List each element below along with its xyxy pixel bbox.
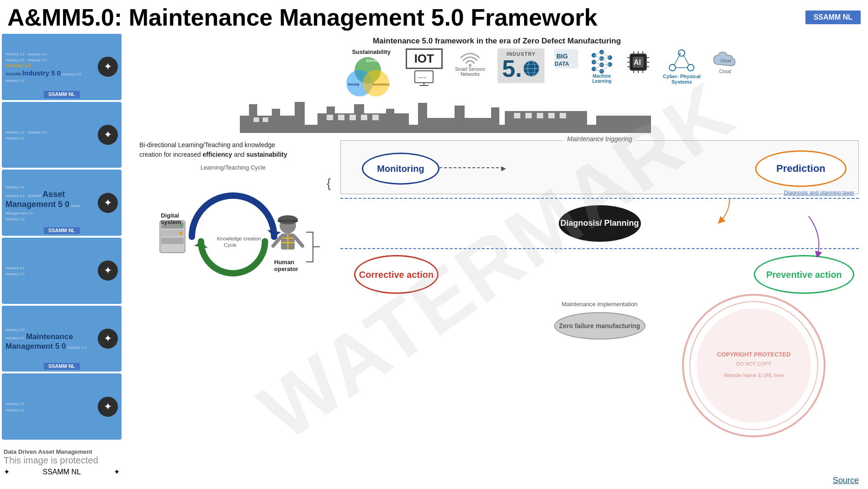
sidebar-card-asset: Industry 2.0Industry 4.0 SSAMM Asset Man… — [2, 170, 122, 236]
preventive-label: Preventive action — [766, 269, 842, 280]
cyber-label: Cyber- Physical Systems — [661, 74, 702, 85]
sidebar-card-maintenance: Industry 5.0Industry 4.0 Maintenance Man… — [2, 306, 122, 372]
ssamm-label-5: SSAMM NL — [44, 363, 80, 370]
svg-point-90 — [180, 232, 182, 234]
corrective-node: Corrective action — [354, 255, 439, 294]
svg-rect-81 — [548, 113, 555, 118]
main-content: Maintenance 5.0 framework in the era of … — [126, 32, 868, 489]
sidebar: Industry 1.0 Industry 4.0Industry 3.0 In… — [0, 32, 123, 480]
svg-text:⌁⌁⌁: ⌁⌁⌁ — [418, 75, 426, 80]
gpt-icon-bottom2: ✦ — [114, 468, 120, 476]
maintenance-trigger-container: Maintenance triggering Monitoring ▶ Pred… — [340, 140, 859, 194]
content-split: Bi-directional Learning/Teaching and kno… — [135, 140, 859, 340]
corrective-label: Corrective action — [359, 269, 434, 280]
cloud-block: Cloud Cloud — [711, 48, 739, 74]
sidebar-card-industry50: Industry 1.0 Industry 4.0Industry 3.0 In… — [2, 34, 122, 100]
tech-row: Sustainability Environment Society Econo… — [226, 48, 859, 98]
gpt-icon-6: ✦ — [98, 397, 118, 417]
ssamm-label-3: SSAMM NL — [44, 227, 80, 234]
ai-chip-icon: AI — [625, 48, 652, 76]
learning-description: Bi-directional Learning/Teaching and kno… — [135, 140, 331, 159]
bigdata-icon: BIG DATA — [554, 48, 579, 69]
trigger-row: Monitoring ▶ Prediction — [348, 148, 851, 189]
smart-sensors-label: Smart Sensors Networks — [452, 67, 488, 77]
cyber-icon: ● — [668, 48, 695, 74]
svg-line-99 — [295, 237, 302, 246]
bigdata-block: BIG DATA — [554, 48, 579, 69]
globe-icon — [523, 60, 540, 77]
factory-bar — [226, 102, 859, 136]
gpt-icon-4: ✦ — [98, 260, 118, 281]
svg-rect-78 — [514, 113, 520, 118]
svg-text:Knowledge creation: Knowledge creation — [217, 236, 261, 241]
industry50-block: INDUSTRY 5. — [498, 48, 545, 83]
subtitle: Maintenance 5.0 framework in the era of … — [135, 37, 859, 46]
zero-failure-node: Zero failure manufacturing — [554, 312, 646, 340]
sidebar-protected-text: This image is protected — [4, 455, 120, 466]
sustainability-word: sustainability — [246, 151, 287, 158]
learning-line1: Bi-directional Learning/Teaching and kno… — [139, 141, 275, 149]
ssamm-label-1: SSAMM NL — [44, 91, 80, 98]
cyber-block: ● Cyber- Physical Systems — [661, 48, 702, 85]
neural-net-icon — [589, 48, 614, 74]
gpt-icon-2: ✦ — [98, 125, 118, 145]
sidebar-bottom-label: Data Driven Asset Management — [4, 448, 120, 455]
card1-title: Industry 5 0 — [22, 69, 61, 77]
svg-rect-70 — [596, 116, 651, 125]
cycle-svg: Digital system Human operator Knowledge … — [146, 173, 320, 301]
monitoring-node: Monitoring — [362, 153, 439, 185]
ssamm-button[interactable]: SSAMM NL — [805, 11, 861, 24]
gpt-icon-bottom: ✦ — [4, 468, 10, 476]
svg-text:BIG: BIG — [556, 53, 568, 60]
svg-rect-71 — [254, 117, 259, 122]
zero-failure-row: Zero failure manufacturing — [340, 312, 859, 340]
svg-rect-75 — [349, 115, 356, 120]
ssamm-label-bottom: SSAMM NL — [42, 468, 81, 476]
svg-rect-79 — [525, 113, 532, 118]
diagnosis-layer-label: Diagnosis and planning layer — [784, 190, 854, 196]
learning-section: Bi-directional Learning/Teaching and kno… — [135, 140, 331, 340]
sidebar-card-text-1: Industry 1.0 Industry 4.0Industry 3.0 In… — [5, 51, 98, 84]
svg-text:Cloud: Cloud — [720, 58, 731, 63]
cloud-label: Cloud — [719, 69, 731, 74]
svg-rect-74 — [338, 115, 344, 120]
ml-label: Machine Learning — [588, 74, 615, 84]
wifi-icon — [459, 48, 482, 67]
maintenance-trigger-label: Maintenance triggering — [562, 135, 636, 143]
preventive-node: Preventive action — [754, 255, 854, 294]
sidebar-card-2: Industry 1.0 Industry 4.0Industry 2.0 ✦ — [2, 102, 122, 168]
sidebar-card-6: Industry 3.0Industry 1.0 ✦ — [2, 373, 122, 440]
prediction-label: Prediction — [776, 163, 826, 175]
svg-rect-82 — [560, 113, 566, 118]
pred-diag-arrow — [693, 198, 748, 226]
svg-rect-93 — [278, 220, 298, 222]
sensors-block: Smart Sensors Networks — [452, 48, 488, 77]
ai-block: AI — [625, 48, 652, 76]
svg-text:●: ● — [679, 52, 681, 56]
sidebar-card-4: Industry 4.0Industry 2.0 ✦ — [2, 238, 122, 304]
svg-point-49 — [669, 64, 676, 71]
page-title: A&MM5.0: Maintenance Management 5.0 Fram… — [7, 4, 598, 31]
diag-prev-arrow — [786, 216, 831, 257]
svg-line-52 — [684, 56, 689, 65]
svg-rect-66 — [240, 116, 304, 125]
svg-text:DATA: DATA — [555, 61, 569, 67]
iot-label: IOT — [406, 48, 443, 69]
card3-title: Asset Management 5 0 — [5, 190, 69, 209]
svg-rect-77 — [372, 115, 379, 120]
gpt-icon-3: ✦ — [98, 193, 118, 213]
svg-line-26 — [594, 65, 602, 69]
ml-block: Machine Learning — [588, 48, 615, 84]
svg-rect-76 — [361, 115, 367, 120]
sustainability-block: Sustainability Environment Society Econo… — [346, 48, 397, 98]
gpt-icon-1: ✦ — [98, 57, 118, 77]
learning-line2: creation for increased — [139, 151, 203, 158]
svg-point-50 — [688, 64, 694, 71]
svg-text:Human: Human — [274, 259, 294, 266]
svg-rect-64 — [491, 107, 499, 125]
source-link[interactable]: Source — [833, 476, 859, 485]
svg-rect-72 — [263, 117, 268, 122]
svg-rect-88 — [161, 238, 184, 244]
svg-text:operator: operator — [274, 266, 298, 272]
implementation-row: Corrective action Preventive action Main… — [340, 253, 859, 308]
